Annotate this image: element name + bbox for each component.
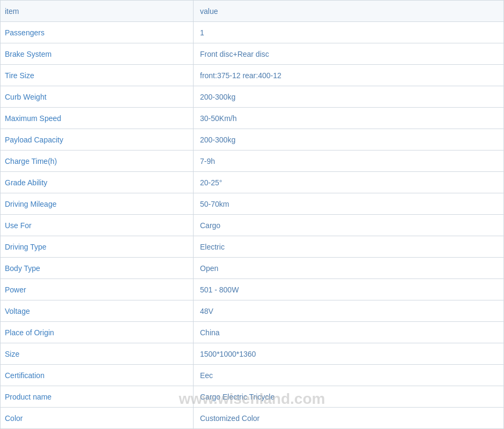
row-item-text: Maximum Speed: [5, 114, 61, 123]
table-row: Tire Sizefront:375-12 rear:400-12: [1, 65, 503, 86]
row-value-cell: 501 - 800W: [194, 279, 503, 300]
row-item-text: Color: [5, 414, 23, 423]
table-row: Body TypeOpen: [1, 258, 503, 279]
row-item-cell: Brake System: [1, 43, 194, 64]
row-item-cell: Certification: [1, 365, 194, 386]
row-item-text: Use For: [5, 221, 32, 230]
row-value-text: Cargo: [200, 221, 220, 230]
table-row: Size1500*1000*1360: [1, 343, 503, 365]
row-value-cell: 200-300kg: [194, 86, 503, 107]
row-value-text: 7-9h: [200, 157, 215, 165]
row-item-cell: Body Type: [1, 258, 194, 279]
row-item-text: Body Type: [5, 264, 40, 273]
table-row: Passengers1: [1, 22, 503, 43]
row-item-cell: Driving Type: [1, 236, 194, 257]
row-item-text: Size: [5, 350, 19, 358]
row-value-cell: 20-25°: [194, 172, 503, 193]
table-row: Use ForCargo: [1, 215, 503, 236]
row-item-cell: Passengers: [1, 22, 194, 43]
row-item-text: Tire Size: [5, 71, 34, 80]
table-row: Curb Weight200-300kg: [1, 86, 503, 108]
row-value-text: Cargo Electric Tricycle: [200, 393, 275, 401]
row-item-text: Passengers: [5, 28, 45, 37]
row-item-text: Grade Ability: [5, 178, 47, 187]
table-header: item value: [1, 1, 503, 22]
row-item-cell: Place of Origin: [1, 322, 194, 343]
table-body: Passengers1Brake SystemFront disc+Rear d…: [1, 22, 503, 429]
row-item-cell: Power: [1, 279, 194, 300]
row-item-cell: Size: [1, 343, 194, 364]
row-value-text: Eec: [200, 371, 213, 380]
row-item-text: Power: [5, 285, 26, 294]
row-value-text: front:375-12 rear:400-12: [200, 71, 281, 80]
header-item-label: item: [5, 7, 19, 16]
row-item-text: Curb Weight: [5, 93, 47, 101]
row-item-text: Charge Time(h): [5, 157, 57, 165]
row-value-cell: front:375-12 rear:400-12: [194, 65, 503, 86]
row-item-cell: Grade Ability: [1, 172, 194, 193]
row-value-cell: 1500*1000*1360: [194, 343, 503, 364]
table-row: Grade Ability20-25°: [1, 172, 503, 193]
row-item-text: Driving Type: [5, 243, 47, 251]
header-value-label: value: [200, 7, 218, 16]
row-value-cell: 50-70km: [194, 193, 503, 214]
row-value-cell: 200-300kg: [194, 129, 503, 150]
table-row: Product nameCargo Electric Tricycle: [1, 386, 503, 408]
row-value-text: 1: [200, 28, 204, 37]
row-value-cell: Cargo Electric Tricycle: [194, 386, 503, 407]
row-value-cell: Eec: [194, 365, 503, 386]
row-item-text: Place of Origin: [5, 328, 54, 337]
table-row: Driving TypeElectric: [1, 236, 503, 258]
row-value-cell: Cargo: [194, 215, 503, 236]
row-value-text: 30-50Km/h: [200, 114, 236, 123]
row-item-text: Voltage: [5, 307, 30, 315]
row-value-text: 1500*1000*1360: [200, 350, 256, 358]
row-item-text: Certification: [5, 371, 45, 380]
table-row: ColorCustomized Color: [1, 408, 503, 429]
header-value-cell: value: [194, 1, 503, 21]
table-row: Power501 - 800W: [1, 279, 503, 300]
row-value-text: Electric: [200, 243, 225, 251]
row-value-text: Front disc+Rear disc: [200, 50, 269, 58]
row-item-cell: Color: [1, 408, 194, 428]
row-value-cell: Open: [194, 258, 503, 279]
table-row: Brake SystemFront disc+Rear disc: [1, 43, 503, 65]
row-item-cell: Use For: [1, 215, 194, 236]
header-item-cell: item: [1, 1, 194, 21]
table-row: Driving Mileage50-70km: [1, 193, 503, 215]
row-item-text: Driving Mileage: [5, 200, 56, 208]
row-item-cell: Tire Size: [1, 65, 194, 86]
row-item-cell: Driving Mileage: [1, 193, 194, 214]
row-item-text: Payload Capacity: [5, 136, 63, 144]
row-value-text: 200-300kg: [200, 136, 235, 144]
row-value-text: 48V: [200, 307, 213, 315]
row-value-text: 501 - 800W: [200, 285, 239, 294]
row-value-cell: 7-9h: [194, 150, 503, 171]
row-item-cell: Product name: [1, 386, 194, 407]
table-row: Payload Capacity200-300kg: [1, 129, 503, 150]
table-row: Maximum Speed30-50Km/h: [1, 108, 503, 129]
row-value-text: Customized Color: [200, 414, 260, 423]
row-item-cell: Payload Capacity: [1, 129, 194, 150]
row-value-cell: 48V: [194, 300, 503, 321]
row-value-cell: China: [194, 322, 503, 343]
row-value-cell: 30-50Km/h: [194, 108, 503, 129]
row-item-text: Product name: [5, 393, 51, 401]
row-value-cell: Electric: [194, 236, 503, 257]
row-item-text: Brake System: [5, 50, 51, 58]
row-value-text: Open: [200, 264, 218, 273]
table-row: Voltage48V: [1, 300, 503, 322]
row-value-text: China: [200, 328, 220, 337]
specs-table: item value Passengers1Brake SystemFront …: [0, 0, 504, 429]
row-item-cell: Curb Weight: [1, 86, 194, 107]
table-row: CertificationEec: [1, 365, 503, 386]
row-value-text: 50-70km: [200, 200, 229, 208]
table-row: Charge Time(h)7-9h: [1, 150, 503, 172]
row-value-cell: Customized Color: [194, 408, 503, 428]
row-item-cell: Voltage: [1, 300, 194, 321]
row-item-cell: Maximum Speed: [1, 108, 194, 129]
row-value-cell: Front disc+Rear disc: [194, 43, 503, 64]
row-item-cell: Charge Time(h): [1, 150, 194, 171]
table-row: Place of OriginChina: [1, 322, 503, 343]
row-value-cell: 1: [194, 22, 503, 43]
